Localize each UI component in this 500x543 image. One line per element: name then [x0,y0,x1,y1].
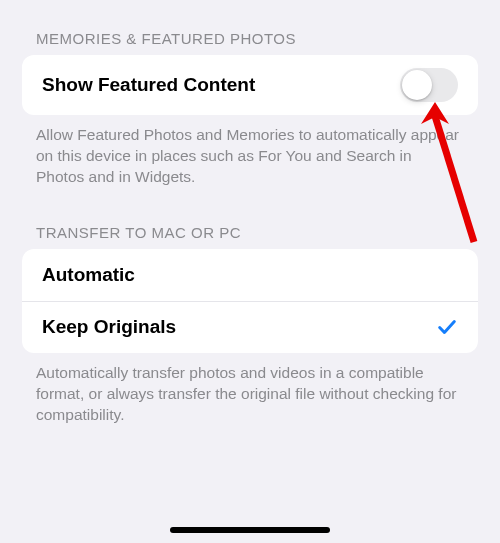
toggle-knob [402,70,432,100]
row-label: Automatic [42,264,135,286]
card-memories: Show Featured Content [22,55,478,115]
row-label: Keep Originals [42,316,176,338]
row-automatic[interactable]: Automatic [22,249,478,301]
settings-pane: MEMORIES & FEATURED PHOTOS Show Featured… [0,0,500,426]
toggle-show-featured-content[interactable] [400,68,458,102]
section-header-transfer: TRANSFER TO MAC OR PC [0,188,500,249]
section-header-memories: MEMORIES & FEATURED PHOTOS [0,0,500,55]
row-keep-originals[interactable]: Keep Originals [22,301,478,353]
row-label: Show Featured Content [42,74,255,96]
row-show-featured-content[interactable]: Show Featured Content [22,55,478,115]
checkmark-icon [436,316,458,338]
home-indicator [170,527,330,533]
section-footer-memories: Allow Featured Photos and Memories to au… [0,115,500,188]
section-footer-transfer: Automatically transfer photos and videos… [0,353,500,426]
card-transfer: Automatic Keep Originals [22,249,478,353]
